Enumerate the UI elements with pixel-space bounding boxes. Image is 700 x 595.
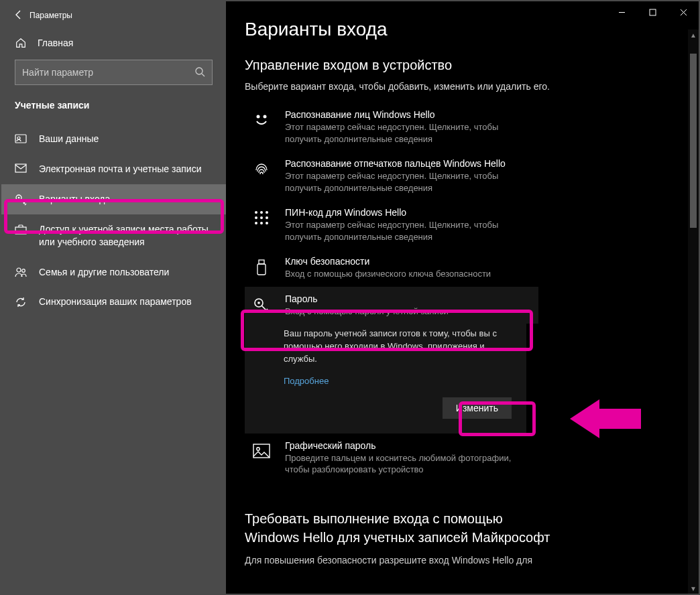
svg-point-17 [260, 211, 263, 214]
svg-rect-7 [15, 227, 26, 234]
sidebar-home[interactable]: Главная [1, 29, 226, 53]
option-password[interactable]: Пароль Вход с помощью пароля учетной зап… [245, 287, 538, 324]
window-title: Параметры [30, 11, 72, 20]
svg-point-23 [260, 222, 263, 224]
sidebar-item-sync[interactable]: Синхронизация ваших параметров [1, 287, 226, 317]
password-description: Ваш пароль учетной записи готов к тому, … [284, 328, 512, 366]
option-sub: Этот параметр сейчас недоступен. Щелкнит… [285, 170, 533, 194]
require-hello-section: Требовать выполнение входа с помощью Win… [245, 509, 553, 566]
content-area: Варианты входа Управление входом в устро… [226, 1, 699, 594]
option-sub: Вход с помощью физического ключа безопас… [285, 268, 491, 280]
svg-point-0 [196, 68, 202, 74]
sidebar-section-label: Учетные записи [1, 85, 226, 117]
search-placeholder: Найти параметр [22, 67, 93, 78]
person-card-icon [15, 133, 27, 144]
svg-point-22 [255, 222, 257, 224]
sidebar-item-label: Синхронизация ваших параметров [39, 295, 213, 308]
sidebar-item-family[interactable]: Семья и другие пользователи [1, 257, 226, 287]
scroll-down-icon[interactable]: ▼ [688, 583, 699, 594]
section-title: Управление входом в устройство [245, 58, 681, 73]
key-icon [15, 193, 27, 206]
sidebar: Параметры Главная Найти параметр Учетные… [1, 1, 226, 594]
svg-point-8 [17, 268, 21, 272]
search-input[interactable]: Найти параметр [15, 60, 213, 85]
fingerprint-icon [251, 158, 272, 180]
svg-point-3 [17, 137, 20, 139]
option-sub: Этот параметр сейчас недоступен. Щелкнит… [285, 219, 533, 243]
svg-point-15 [264, 115, 267, 119]
briefcase-icon [15, 223, 27, 235]
option-title: Ключ безопасности [285, 256, 491, 267]
search-icon [194, 66, 205, 79]
face-icon [251, 109, 272, 127]
sync-icon [15, 295, 27, 308]
svg-rect-4 [15, 164, 26, 172]
svg-point-24 [266, 222, 268, 224]
sidebar-item-signin-options[interactable]: Варианты входа [1, 184, 226, 214]
scroll-up-icon[interactable]: ▲ [688, 29, 699, 40]
page-title: Варианты входа [245, 19, 681, 40]
option-sub: Проведите пальцем и коснитесь любимой фо… [285, 452, 533, 476]
svg-rect-25 [259, 260, 264, 264]
usb-key-icon [251, 256, 272, 277]
option-face[interactable]: Распознавание лиц Windows Hello Этот пар… [245, 103, 538, 151]
svg-line-1 [202, 74, 205, 76]
svg-point-28 [257, 302, 260, 304]
scroll-thumb[interactable] [690, 54, 697, 228]
password-expanded-panel: Ваш пароль учетной записи готов к тому, … [245, 324, 526, 433]
svg-point-16 [255, 211, 257, 214]
svg-point-9 [22, 269, 25, 272]
section2-title: Требовать выполнение входа с помощью Win… [245, 509, 553, 547]
sidebar-item-email[interactable]: Электронная почта и учетные записи [1, 154, 226, 184]
svg-rect-2 [15, 135, 26, 143]
option-fingerprint[interactable]: Распознавание отпечатков пальцев Windows… [245, 151, 538, 200]
svg-point-14 [257, 115, 260, 119]
option-title: ПИН-код для Windows Hello [285, 207, 533, 218]
option-title: Графический пароль [285, 440, 533, 451]
sidebar-nav: Ваши данные Электронная почта и учетные … [1, 117, 226, 317]
back-button[interactable] [8, 9, 30, 22]
option-sub: Вход с помощью пароля учетной записи [285, 306, 449, 318]
sidebar-item-work-access[interactable]: Доступ к учетной записи места работы или… [1, 214, 226, 257]
svg-point-21 [266, 216, 268, 219]
svg-rect-26 [257, 264, 266, 275]
home-label: Главная [38, 38, 73, 48]
option-sub: Этот параметр сейчас недоступен. Щелкнит… [285, 121, 533, 145]
option-pin[interactable]: ПИН-код для Windows Hello Этот параметр … [245, 200, 538, 249]
main-panel: Варианты входа Управление входом в устро… [226, 1, 699, 594]
learn-more-link[interactable]: Подробнее [284, 375, 329, 388]
sidebar-item-label: Семья и другие пользователи [39, 266, 213, 279]
svg-point-18 [266, 211, 268, 214]
sidebar-item-label: Варианты входа [39, 193, 213, 206]
svg-point-30 [257, 448, 259, 450]
people-icon [15, 266, 27, 277]
svg-point-19 [255, 216, 257, 219]
svg-point-20 [260, 216, 263, 219]
mail-icon [15, 163, 27, 173]
svg-point-6 [18, 196, 20, 198]
option-title: Распознавание отпечатков пальцев Windows… [285, 158, 533, 169]
sidebar-item-label: Электронная почта и учетные записи [39, 163, 213, 176]
picture-icon [251, 440, 272, 459]
settings-window: Параметры Главная Найти параметр Учетные… [0, 0, 700, 595]
option-security-key[interactable]: Ключ безопасности Вход с помощью физичес… [245, 249, 538, 287]
sidebar-item-your-info[interactable]: Ваши данные [1, 124, 226, 154]
sidebar-item-label: Ваши данные [39, 133, 213, 145]
vertical-scrollbar[interactable]: ▲ ▼ [688, 29, 699, 594]
option-picture-password[interactable]: Графический пароль Проведите пальцем и к… [245, 434, 538, 482]
key-icon [251, 293, 272, 315]
home-icon [15, 36, 27, 49]
section-intro: Выберите вариант входа, чтобы добавить, … [245, 81, 681, 92]
keypad-icon [251, 207, 272, 226]
section2-desc: Для повышения безопасности разрешите вхо… [245, 555, 553, 566]
option-title: Пароль [285, 293, 449, 304]
option-title: Распознавание лиц Windows Hello [285, 109, 533, 120]
sidebar-item-label: Доступ к учетной записи места работы или… [39, 223, 213, 249]
change-button[interactable]: Изменить [443, 397, 512, 419]
titlebar: Параметры [1, 1, 226, 29]
